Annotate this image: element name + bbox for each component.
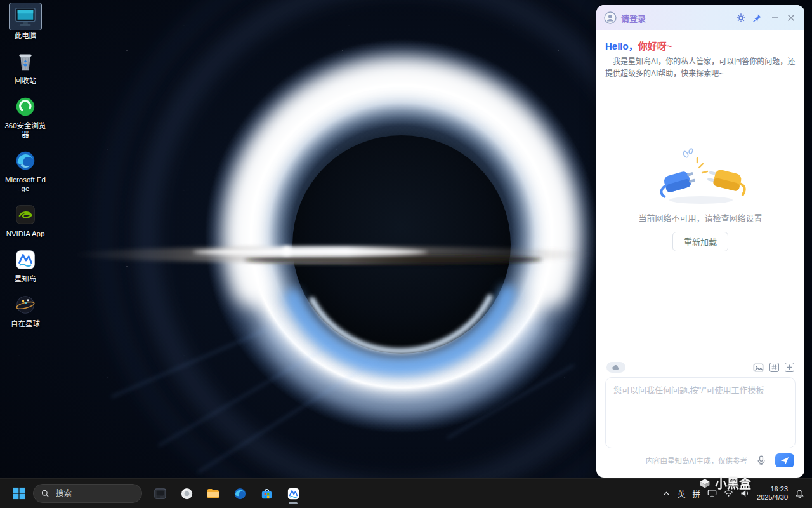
desktop-icon-zizai-planet[interactable]: 自在星球 [3, 291, 48, 328]
desktop-icon-label: NVIDIA App [6, 229, 45, 238]
cloud-icon [612, 364, 620, 371]
insert-image-icon[interactable] [753, 362, 764, 373]
clock-time: 16:23 [757, 485, 788, 494]
microphone-icon[interactable] [755, 454, 768, 467]
this-pc-icon [10, 3, 41, 30]
composer: 内容由星知岛AI生成，仅供参考 [605, 359, 796, 471]
ime-language-indicator[interactable]: 英 [678, 488, 686, 500]
network-error-message: 当前网络不可用，请检查网络设置 [638, 211, 762, 224]
send-plane-icon [780, 456, 790, 465]
watermark-text: 小黑盒 [715, 474, 751, 491]
greeting-body: 我是星知岛AI，你的私人管家，可以回答你的问题，还提供超级多的AI帮助，快来探索… [605, 56, 796, 81]
desktop-icon-list: 此电脑 回收站 360安全浏览器 [3, 3, 48, 328]
desktop-icon-label: Microsoft Edge [4, 175, 46, 193]
xingzhidao-icon [10, 246, 41, 273]
start-button[interactable] [8, 482, 30, 505]
clock-date: 2025/4/30 [757, 493, 788, 502]
taskbar-app-browser[interactable] [175, 482, 198, 505]
add-icon[interactable] [785, 363, 794, 372]
login-prompt[interactable]: 请登录 [621, 12, 646, 24]
windows-logo-icon [13, 487, 25, 500]
desktop-icon-360-browser[interactable]: 360安全浏览器 [3, 93, 48, 139]
edge-icon [10, 147, 41, 174]
desktop-icon-label: 360安全浏览器 [4, 121, 46, 139]
taskbar: 英 拼 16:23 2025/4/30 [0, 478, 812, 508]
composer-toolbar [605, 359, 796, 377]
pin-icon[interactable] [751, 12, 763, 23]
taskbar-apps [148, 482, 304, 505]
network-error-state: 当前网络不可用，请检查网络设置 重新加载 [605, 147, 796, 251]
xingzhidao-assistant-panel: 请登录 Hello，你好呀~ [596, 5, 804, 478]
desktop-icon-xingzhidao[interactable]: 星知岛 [3, 246, 48, 283]
clock[interactable]: 16:23 2025/4/30 [757, 485, 788, 502]
recycle-bin-icon [10, 48, 41, 75]
desktop-icon-label: 此电脑 [15, 31, 37, 40]
desktop-icon-label: 自在星球 [11, 319, 40, 328]
desktop-icon-label: 星知岛 [15, 274, 37, 283]
message-input[interactable] [612, 383, 791, 445]
desktop-icon-edge[interactable]: Microsoft Edge [3, 147, 48, 193]
message-input-box [605, 377, 796, 448]
hash-template-icon[interactable] [769, 363, 779, 372]
desktop-icon-recycle-bin[interactable]: 回收站 [3, 48, 48, 85]
taskbar-app-xingzhidao[interactable] [282, 482, 304, 505]
nvidia-app-icon [10, 201, 41, 228]
notifications-bell-icon[interactable] [795, 489, 804, 498]
360-browser-icon [10, 93, 41, 120]
taskbar-search[interactable] [33, 484, 142, 503]
composer-footer: 内容由星知岛AI生成，仅供参考 [605, 448, 796, 471]
user-avatar-icon[interactable] [604, 11, 617, 24]
reload-button[interactable]: 重新加载 [672, 232, 728, 251]
greeting-title-zh: 你好呀~ [638, 41, 672, 51]
desktop-icon-this-pc[interactable]: 此电脑 [3, 3, 48, 40]
cloud-mode-chip[interactable] [606, 362, 625, 373]
search-icon [41, 489, 49, 498]
settings-gear-icon[interactable] [735, 12, 747, 23]
taskbar-app-store[interactable] [255, 482, 278, 505]
disconnected-plugs-illustration [653, 147, 748, 205]
zizai-planet-icon [10, 291, 41, 318]
greeting-title: Hello，你好呀~ [605, 39, 796, 52]
close-button[interactable] [785, 12, 797, 23]
desktop-icon-nvidia-app[interactable]: NVIDIA App [3, 201, 48, 238]
ai-disclaimer: 内容由星知岛AI生成，仅供参考 [646, 455, 747, 465]
heybox-logo-icon [698, 477, 711, 490]
assistant-header: 请登录 [596, 5, 804, 30]
taskbar-app-window[interactable] [148, 482, 171, 505]
taskbar-app-edge[interactable] [228, 482, 251, 505]
search-input[interactable] [55, 488, 134, 498]
send-button[interactable] [775, 453, 794, 467]
desktop-icon-label: 回收站 [15, 76, 37, 85]
assistant-body: Hello，你好呀~ 我是星知岛AI，你的私人管家，可以回答你的问题，还提供超级… [596, 30, 804, 478]
heybox-watermark: 小黑盒 [698, 474, 751, 491]
minimize-button[interactable] [769, 12, 781, 23]
greeting-title-en: Hello， [605, 41, 638, 51]
taskbar-app-file-explorer[interactable] [202, 482, 225, 505]
hidden-icons-chevron-icon[interactable] [662, 490, 671, 498]
